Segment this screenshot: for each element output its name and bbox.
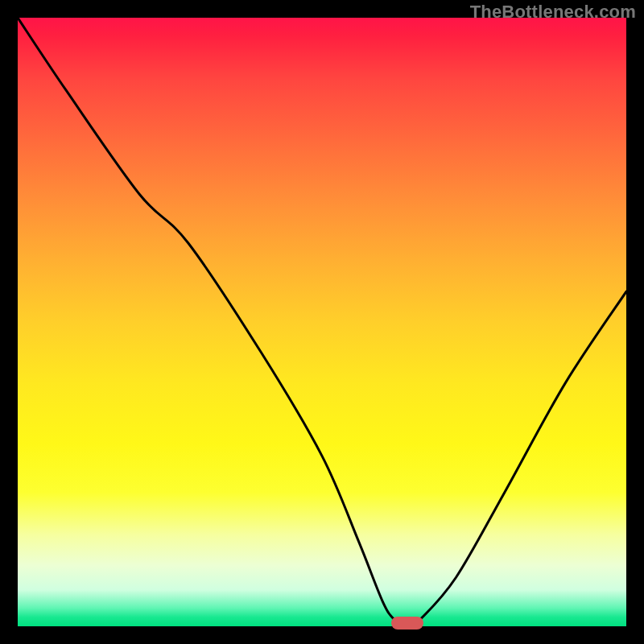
- plot-area: [18, 18, 626, 626]
- optimal-marker: [391, 617, 423, 630]
- bottleneck-curve: [18, 18, 626, 626]
- chart-frame: TheBottleneck.com: [0, 0, 644, 644]
- watermark-text: TheBottleneck.com: [470, 2, 636, 23]
